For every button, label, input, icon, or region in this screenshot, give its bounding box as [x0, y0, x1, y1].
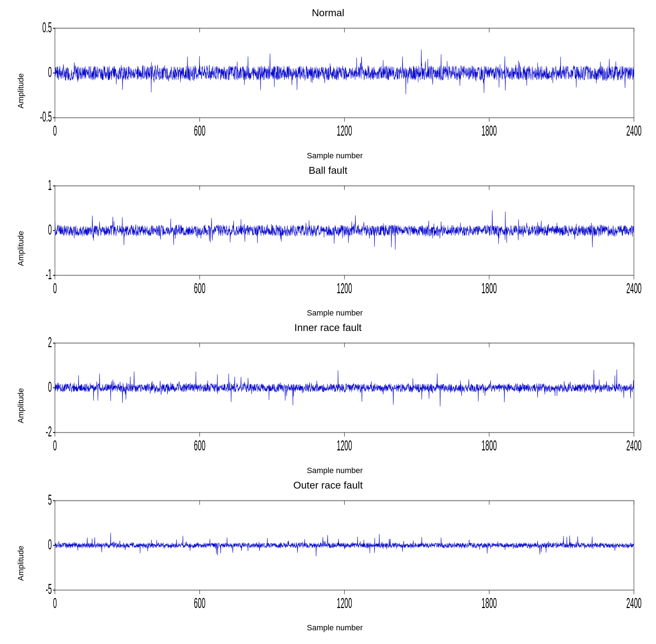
chart-panel-outer-race-fault: Outer race faultAmplitude50-506001200180… — [14, 480, 642, 634]
svg-text:1200: 1200 — [337, 594, 352, 611]
y-label-normal: Amplitude — [14, 20, 27, 162]
chart-panel-inner-race-fault: Inner race faultAmplitude20-206001200180… — [14, 322, 642, 477]
svg-container-inner-race-fault: 20-20600120018002400 — [28, 335, 642, 465]
x-label-normal: Sample number — [28, 151, 642, 162]
svg-text:0: 0 — [53, 280, 57, 296]
svg-text:2400: 2400 — [626, 280, 642, 296]
chart-area-inner-race-fault: Amplitude20-20600120018002400Sample numb… — [14, 335, 642, 477]
svg-text:-5: -5 — [46, 581, 52, 597]
svg-text:2: 2 — [48, 335, 52, 350]
chart-title-inner-race-fault: Inner race fault — [14, 322, 642, 334]
chart-title-ball-fault: Ball fault — [14, 165, 642, 176]
chart-svg-ball-fault: 10-10600120018002400 — [28, 178, 642, 308]
svg-text:0: 0 — [53, 594, 57, 611]
svg-container-outer-race-fault: 50-50600120018002400 — [28, 493, 642, 623]
svg-text:0: 0 — [48, 378, 52, 395]
svg-text:600: 600 — [194, 437, 206, 454]
svg-text:1200: 1200 — [337, 437, 352, 454]
svg-text:5: 5 — [48, 493, 52, 508]
svg-text:0: 0 — [53, 122, 57, 139]
svg-container-ball-fault: 10-10600120018002400 — [28, 178, 642, 308]
page-container: NormalAmplitude0.50-0.50600120018002400S… — [0, 0, 656, 644]
x-label-ball-fault: Sample number — [28, 308, 642, 319]
svg-text:1800: 1800 — [481, 437, 497, 454]
svg-text:600: 600 — [194, 280, 206, 296]
y-label-inner-race-fault: Amplitude — [14, 335, 27, 477]
svg-text:-1: -1 — [46, 266, 52, 282]
svg-text:600: 600 — [194, 122, 206, 139]
svg-text:0.5: 0.5 — [42, 20, 52, 36]
svg-text:0: 0 — [53, 437, 57, 454]
svg-text:1800: 1800 — [481, 280, 497, 296]
svg-text:1200: 1200 — [337, 280, 352, 296]
svg-text:2400: 2400 — [626, 594, 642, 611]
y-label-ball-fault: Amplitude — [14, 178, 27, 319]
svg-text:1200: 1200 — [337, 122, 352, 139]
svg-text:0: 0 — [48, 64, 52, 80]
chart-title-outer-race-fault: Outer race fault — [14, 480, 642, 491]
svg-container-normal: 0.50-0.50600120018002400 — [28, 20, 642, 150]
chart-svg-normal: 0.50-0.50600120018002400 — [28, 20, 642, 150]
chart-area-normal: Amplitude0.50-0.50600120018002400Sample … — [14, 20, 642, 162]
svg-text:0: 0 — [48, 221, 52, 238]
svg-text:2400: 2400 — [626, 122, 642, 139]
chart-panel-normal: NormalAmplitude0.50-0.50600120018002400S… — [14, 7, 642, 162]
x-label-outer-race-fault: Sample number — [28, 623, 642, 634]
chart-svg-outer-race-fault: 50-50600120018002400 — [28, 493, 642, 623]
svg-text:1800: 1800 — [481, 594, 497, 611]
svg-text:600: 600 — [194, 594, 206, 611]
svg-text:0: 0 — [48, 536, 52, 553]
svg-text:2400: 2400 — [626, 437, 642, 454]
svg-text:1: 1 — [48, 178, 52, 193]
svg-text:1800: 1800 — [481, 122, 497, 139]
chart-area-ball-fault: Amplitude10-10600120018002400Sample numb… — [14, 178, 642, 319]
chart-area-outer-race-fault: Amplitude50-50600120018002400Sample numb… — [14, 493, 642, 634]
chart-panel-ball-fault: Ball faultAmplitude10-10600120018002400S… — [14, 165, 642, 319]
svg-text:-2: -2 — [46, 423, 52, 440]
chart-svg-inner-race-fault: 20-20600120018002400 — [28, 335, 642, 465]
y-label-outer-race-fault: Amplitude — [14, 493, 27, 634]
chart-title-normal: Normal — [14, 7, 642, 19]
svg-text:-0.5: -0.5 — [40, 108, 52, 125]
x-label-inner-race-fault: Sample number — [28, 466, 642, 477]
